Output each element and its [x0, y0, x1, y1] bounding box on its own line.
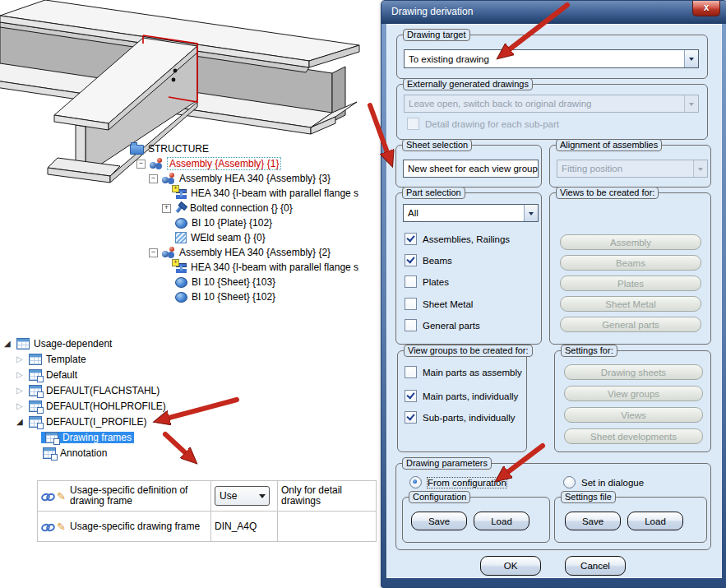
table-variant-icon: [29, 369, 42, 381]
chevron-down-icon: [693, 160, 707, 177]
radio-button[interactable]: [409, 476, 422, 488]
tree-item-bolted-connection[interactable]: Bolted connection {} {0}: [125, 201, 380, 215]
checkbox-box[interactable]: [405, 366, 417, 378]
assembly-icon: [161, 247, 175, 258]
chevron-down-icon[interactable]: [538, 160, 539, 177]
table-variant-icon: [29, 416, 42, 428]
tree-collapse-icon[interactable]: [4, 339, 13, 348]
tree-item-default[interactable]: Default: [0, 367, 296, 382]
tree-item-structure[interactable]: STRUCTURE: [125, 141, 380, 156]
link-icon: [41, 522, 55, 530]
tree-collapse-icon[interactable]: [149, 174, 158, 183]
modified-badge-icon: +: [172, 185, 179, 192]
cancel-button[interactable]: Cancel: [565, 556, 626, 576]
tree-item-assembly-hea340-3[interactable]: Assembly HEA 340 {Assembly} {3}: [125, 171, 380, 186]
sheet-icon: [175, 277, 187, 288]
property-note: Only for detail drawings: [281, 485, 372, 507]
tree-item-weld-seam[interactable]: WEld seam {} {0}: [125, 230, 380, 245]
group-settings-for: Settings for: Drawing sheets View groups…: [554, 350, 711, 452]
view-groups-button: View groups: [564, 386, 703, 401]
checkbox-beams[interactable]: Beams: [405, 254, 452, 266]
tree-item-default-flachstahl[interactable]: DEFAULT(FLACHSTAHL): [0, 382, 296, 398]
weld-seam-icon: [175, 232, 187, 243]
checkbox-box[interactable]: [405, 390, 417, 402]
checkbox-sheet-metal[interactable]: Sheet Metal: [405, 298, 473, 310]
group-views-to-be-created: Views to be created for: Assembly Beams …: [549, 192, 711, 345]
checkbox-main-parts-as-assembly[interactable]: Main parts as assembly: [405, 366, 522, 378]
assembly-button: Assembly: [560, 234, 701, 250]
dialog-body: Drawing target To existing drawing Exter…: [386, 24, 722, 578]
table-variant-icon: [43, 447, 56, 459]
tree-collapse-icon[interactable]: [149, 248, 158, 257]
close-icon[interactable]: [692, 1, 720, 16]
property-name: Usage-specific drawing frame: [70, 521, 200, 532]
i-beam-icon: +: [175, 262, 187, 273]
checkbox-box[interactable]: [405, 319, 417, 331]
link-icon: [41, 492, 55, 500]
part-selection-dropdown[interactable]: All: [403, 204, 539, 222]
radio-from-configuration[interactable]: From configuration: [409, 476, 506, 488]
sheet-selection-dropdown[interactable]: New sheet for each view group: [403, 160, 539, 178]
tree-item-drawing-frames[interactable]: Drawing frames: [0, 429, 296, 445]
chevron-down-icon: [684, 95, 698, 112]
dialog-titlebar[interactable]: Drawing derivation: [381, 1, 726, 24]
group-settings-file: Settings file Save Load: [554, 497, 707, 543]
tree-item-usage-dependent[interactable]: Usage-dependent: [0, 336, 296, 351]
plate-icon: [175, 218, 187, 229]
sheet-icon: [175, 292, 187, 303]
tree-item-default-hohlprofile[interactable]: DEFAULT(HOHLPROFILE): [0, 398, 296, 414]
checkbox-box[interactable]: [405, 233, 417, 245]
tree-item-bi10-plate[interactable]: BI 10 {Plate} {102}: [125, 215, 380, 230]
folder-icon: [130, 145, 144, 155]
tree-item-assembly-1[interactable]: Assembly {Assembly} {1}: [125, 156, 380, 171]
group-view-groups: View groups to be created for: Main part…: [397, 350, 527, 452]
table-icon: [16, 338, 30, 350]
drawing-target-dropdown[interactable]: To existing drawing: [404, 49, 699, 68]
checkbox-general-parts[interactable]: General parts: [405, 319, 480, 331]
group-alignment-assemblies: Alignment of assemblies Fitting position: [549, 145, 711, 188]
table-row: Usage-specific definition of drawing fra…: [38, 481, 377, 512]
checkbox-box[interactable]: [405, 411, 417, 424]
tree-collapse-icon[interactable]: [136, 160, 146, 169]
bolt-icon: [172, 200, 188, 216]
tree-expand-icon[interactable]: [16, 401, 25, 410]
tree-expand-icon[interactable]: [16, 386, 25, 395]
chevron-down-icon[interactable]: [684, 50, 698, 67]
configuration-save-button[interactable]: Save: [411, 512, 467, 530]
tree-expand-icon[interactable]: [16, 354, 25, 363]
table-variant-icon: [45, 432, 58, 443]
checkbox-assemblies-railings[interactable]: Assemblies, Railings: [405, 233, 510, 245]
tree-item-annotation[interactable]: Annotation: [0, 445, 296, 461]
use-dropdown[interactable]: Use: [215, 486, 270, 506]
tree-expand-icon[interactable]: [16, 370, 25, 379]
tree-item-template[interactable]: Template: [0, 351, 296, 367]
checkbox-box[interactable]: [405, 254, 417, 266]
tree-item-assembly-hea340-2[interactable]: Assembly HEA 340 {Assembly} {2}: [125, 245, 380, 260]
tree-expand-icon[interactable]: [162, 204, 171, 213]
sheet-developments-button: Sheet developments: [564, 428, 703, 444]
checkbox-box[interactable]: [405, 275, 417, 288]
tree-item-hea340-beam[interactable]: + HEA 340 {I-beam with parallel flange s: [125, 186, 380, 201]
settings-file-save-button[interactable]: Save: [565, 512, 621, 530]
group-drawing-target: Drawing target To existing drawing: [396, 35, 708, 79]
checkbox-sub-parts-individually[interactable]: Sub-parts, individually: [405, 411, 516, 424]
configuration-load-button[interactable]: Load: [474, 512, 529, 530]
group-externally-generated: Externally generated drawings Leave open…: [396, 84, 708, 140]
radio-set-in-dialogue[interactable]: Set in dialogue: [563, 476, 644, 488]
checkbox-box[interactable]: [405, 298, 417, 310]
checkbox-plates[interactable]: Plates: [405, 275, 449, 288]
chevron-down-icon[interactable]: [524, 205, 538, 221]
tree-item-bi10-sheet-103[interactable]: BI 10 {Sheet} {103}: [125, 275, 380, 289]
tree-collapse-icon[interactable]: [16, 417, 25, 426]
table-variant-icon: [29, 385, 42, 396]
tree-item-bi10-sheet-102[interactable]: BI 10 {Sheet} {102}: [125, 289, 380, 304]
group-drawing-parameters: Drawing parameters From configuration Se…: [395, 463, 711, 550]
tree-item-default-i-profile[interactable]: DEFAULT(I_PROFILE): [0, 414, 296, 429]
settings-file-load-button[interactable]: Load: [627, 512, 683, 530]
ok-button[interactable]: OK: [480, 556, 541, 576]
sheet-metal-button: Sheet Metal: [560, 296, 701, 312]
i-beam-icon: +: [175, 188, 187, 199]
radio-button[interactable]: [563, 476, 576, 488]
tree-item-hea340-beam-2[interactable]: + HEA 340 {I-beam with parallel flange s: [125, 260, 380, 275]
checkbox-main-parts-individually[interactable]: Main parts, individually: [405, 390, 518, 402]
